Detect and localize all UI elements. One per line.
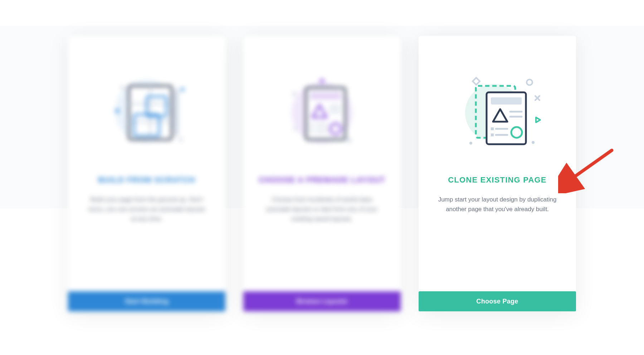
svg-point-41 <box>527 79 532 85</box>
card-premade-layout[interactable]: CHOOSE A PREMADE LAYOUT Choose from hund… <box>243 36 401 311</box>
card-description: Choose from hundreds of world-class prem… <box>243 195 401 224</box>
card-title: CLONE EXISTING PAGE <box>419 175 576 185</box>
svg-rect-35 <box>491 127 494 130</box>
svg-point-9 <box>121 86 124 89</box>
card-description: Build your page from the ground up. Don'… <box>68 195 225 224</box>
clone-teal-icon <box>451 72 544 150</box>
card-description: Jump start your layout design by duplica… <box>419 195 576 214</box>
svg-marker-23 <box>319 78 325 82</box>
svg-rect-37 <box>491 133 494 136</box>
clone-page-illustration <box>419 36 576 161</box>
svg-point-10 <box>181 88 184 91</box>
svg-marker-25 <box>292 127 296 131</box>
svg-point-46 <box>532 141 535 144</box>
svg-rect-18 <box>310 123 313 126</box>
svg-marker-44 <box>536 117 540 122</box>
start-building-button[interactable]: Start Building <box>68 291 225 311</box>
build-from-scratch-illustration <box>68 36 225 161</box>
card-title: BUILD FROM SCRATCH <box>68 175 225 185</box>
svg-point-11 <box>179 138 182 141</box>
layout-purple-icon <box>275 72 369 150</box>
svg-rect-31 <box>491 97 522 104</box>
wireframe-blue-icon <box>100 72 193 150</box>
choose-page-button[interactable]: Choose Page <box>419 291 576 311</box>
svg-point-24 <box>292 92 296 96</box>
browse-layouts-button[interactable]: Browse Layouts <box>243 291 401 311</box>
svg-rect-14 <box>310 92 341 99</box>
premade-layout-illustration <box>243 36 401 161</box>
svg-point-45 <box>469 142 472 145</box>
card-build-from-scratch[interactable]: BUILD FROM SCRATCH Build your page from … <box>68 36 225 311</box>
svg-rect-40 <box>473 78 480 85</box>
card-title: CHOOSE A PREMADE LAYOUT <box>243 175 401 185</box>
option-cards-row: BUILD FROM SCRATCH Build your page from … <box>0 0 644 311</box>
card-clone-existing-page[interactable]: CLONE EXISTING PAGE Jump start your layo… <box>419 36 576 311</box>
svg-rect-20 <box>310 130 313 132</box>
svg-rect-7 <box>175 89 178 136</box>
